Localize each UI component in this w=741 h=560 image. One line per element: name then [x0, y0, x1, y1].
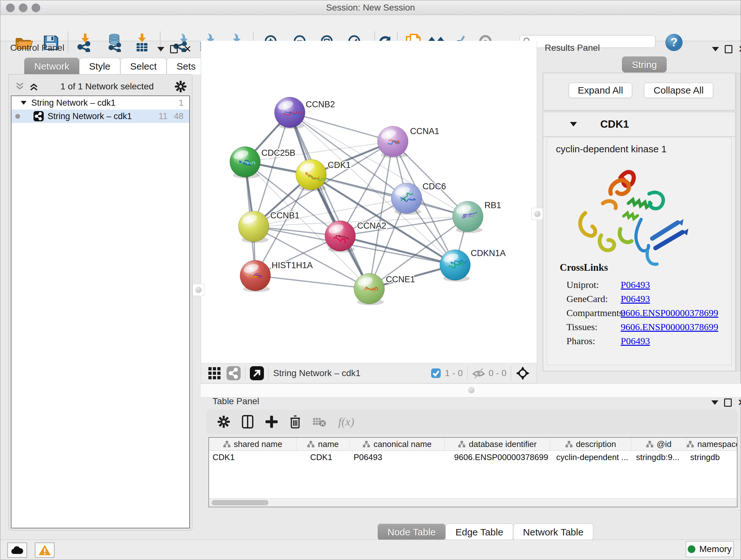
- left-splitter-handle[interactable]: [192, 284, 205, 296]
- node-ccnb1[interactable]: CCNB1: [239, 211, 300, 243]
- node-cdc6[interactable]: CDC6: [391, 182, 446, 215]
- tab-select[interactable]: Select: [120, 58, 166, 74]
- crosslink-link[interactable]: 9606.ENSP00000378699: [621, 307, 718, 318]
- import-network-from-file-button[interactable]: [76, 33, 95, 52]
- column-header-database-identifier[interactable]: database identifier: [445, 438, 550, 450]
- network-canvas[interactable]: CCNB2CCNA1CDC25BCDK1CDC6RB1CCNB1CCNA2CDK…: [201, 41, 537, 363]
- node-ccnb2[interactable]: CCNB2: [274, 97, 335, 129]
- selected-counts: 1 - 0: [445, 368, 463, 378]
- control-panel-tabs: NetworkStyleSelectSets: [24, 58, 205, 74]
- tab-node-table[interactable]: Node Table: [378, 523, 446, 540]
- collapse-all-button[interactable]: Collapse All: [644, 83, 713, 98]
- column-header-shared-name[interactable]: shared name: [209, 438, 296, 450]
- tab-string[interactable]: String: [622, 57, 667, 72]
- horizontal-splitter[interactable]: [201, 383, 741, 397]
- expand-all-button[interactable]: Expand All: [569, 83, 632, 98]
- network-selection-status: 1 of 1 Network selected: [39, 81, 175, 91]
- node-ccna1[interactable]: CCNA1: [378, 126, 440, 158]
- table-cell[interactable]: cyclin-dependent ...: [550, 451, 631, 463]
- results-panel-close-icon[interactable]: ✕: [738, 46, 741, 52]
- protein-details: cyclin-dependent kinase 1 CrossLinks Uni…: [547, 138, 732, 365]
- delete-column-button[interactable]: [290, 415, 300, 428]
- table-cell[interactable]: CDK1: [209, 451, 296, 463]
- birds-eye-view-button[interactable]: [208, 367, 221, 380]
- table-panel-close-icon[interactable]: ✕: [738, 399, 741, 406]
- tab-sets[interactable]: Sets: [166, 58, 205, 74]
- selected-checkbox[interactable]: [431, 368, 441, 378]
- column-header-canonical-name[interactable]: canonical name: [350, 438, 445, 450]
- show-columns-button[interactable]: [242, 415, 253, 428]
- table-cell[interactable]: stringdb:9...: [631, 451, 686, 463]
- table-cell[interactable]: 9606.ENSP00000378699: [445, 451, 550, 463]
- right-splitter-handle[interactable]: [531, 208, 543, 220]
- expand-all-icon[interactable]: [28, 82, 39, 91]
- control-panel-menu-icon[interactable]: [157, 47, 164, 51]
- crosslink-link[interactable]: P06493: [621, 279, 650, 290]
- table-cell[interactable]: CDK1: [296, 451, 350, 463]
- tab-network[interactable]: Network: [24, 58, 79, 74]
- help-button[interactable]: ?: [665, 33, 683, 52]
- crosslink-link[interactable]: 9606.ENSP00000378699: [621, 321, 718, 332]
- network-selection-bar: 1 of 1 Network selected: [14, 79, 186, 94]
- control-panel-float-icon[interactable]: [170, 45, 178, 53]
- toolbar-separator: [511, 366, 511, 381]
- node-cdkn1a[interactable]: CDKN1A: [440, 248, 506, 282]
- tab-style[interactable]: Style: [79, 58, 120, 74]
- create-column-button[interactable]: [266, 416, 278, 428]
- crosslink-row: Uniprot:P06493: [566, 278, 728, 292]
- tree-expander-icon[interactable]: [20, 100, 27, 105]
- window-title: Session: New Session: [0, 0, 741, 15]
- open-in-window-button[interactable]: [250, 366, 264, 380]
- node-hist1h1a[interactable]: HIST1H1A: [240, 260, 313, 292]
- splitter-handle-dot: [534, 211, 541, 217]
- import-network-from-database-button[interactable]: [105, 33, 125, 52]
- string-settings-button[interactable]: [226, 366, 241, 380]
- edge-cdk1-rb1[interactable]: [311, 175, 468, 216]
- column-header-namespace[interactable]: namespace: [686, 438, 738, 450]
- node-label-cdc25b: CDC25B: [261, 148, 295, 158]
- fit-content-button[interactable]: [516, 366, 530, 380]
- node-cdk1[interactable]: CDK1: [296, 159, 351, 191]
- results-panel-menu-icon[interactable]: [712, 47, 719, 51]
- control-panel-close-icon[interactable]: ✕: [184, 46, 192, 52]
- edge-hist1h1a-ccne1[interactable]: [255, 275, 369, 289]
- tab-network-table[interactable]: Network Table: [513, 523, 594, 540]
- results-panel-scrollbar[interactable]: [736, 73, 741, 371]
- import-table-icon: [135, 34, 149, 52]
- table-horizontal-scrollbar[interactable]: [209, 498, 737, 507]
- table-panel-menu-icon[interactable]: [711, 400, 718, 405]
- warning-status-button[interactable]: [35, 543, 55, 558]
- table-panel-title: Table Panel: [212, 396, 259, 407]
- section-expander-icon[interactable]: [569, 121, 577, 127]
- table-panel-float-icon[interactable]: [724, 398, 732, 407]
- network-options-gear-icon[interactable]: [175, 81, 186, 92]
- table-options-button[interactable]: [218, 416, 230, 428]
- network-row[interactable]: String Network – cdk1 11 48: [11, 110, 189, 123]
- string-network-icon: [33, 111, 44, 121]
- column-header-description[interactable]: description: [550, 438, 631, 450]
- column-header-label: database identifier: [469, 439, 536, 449]
- crosslink-link[interactable]: P06493: [621, 294, 650, 304]
- crosslink-link[interactable]: P06493: [621, 335, 650, 347]
- table-cell[interactable]: P06493: [350, 451, 445, 463]
- import-table-from-file-button[interactable]: [132, 33, 151, 52]
- node-table[interactable]: shared namenamecanonical namedatabase id…: [208, 437, 738, 507]
- table-cell[interactable]: stringdb: [686, 451, 738, 463]
- memory-button[interactable]: Memory: [686, 541, 734, 557]
- splitter-handle-dot[interactable]: [468, 387, 475, 393]
- tab-edge-table[interactable]: Edge Table: [446, 523, 513, 540]
- collapse-all-icon[interactable]: [14, 82, 25, 91]
- column-header--id[interactable]: @id: [631, 438, 686, 450]
- node-cdc25b[interactable]: CDC25B: [230, 146, 295, 179]
- network-collection-row[interactable]: String Network – cdk1 1: [11, 96, 189, 110]
- table-row[interactable]: CDK1CDK1P064939606.ENSP00000378699cyclin…: [209, 451, 737, 463]
- network-graph[interactable]: CCNB2CCNA1CDC25BCDK1CDC6RB1CCNB1CCNA2CDK…: [201, 41, 537, 363]
- protein-section-header[interactable]: CDK1: [543, 112, 735, 137]
- node-rb1[interactable]: RB1: [453, 200, 501, 233]
- results-panel-float-icon[interactable]: [725, 45, 732, 53]
- cloud-status-button[interactable]: [7, 543, 27, 558]
- import-network-icon: [77, 34, 93, 52]
- column-header-name[interactable]: name: [296, 438, 350, 450]
- node-label-ccnb2: CCNB2: [306, 100, 335, 109]
- scrollbar-thumb[interactable]: [212, 500, 268, 505]
